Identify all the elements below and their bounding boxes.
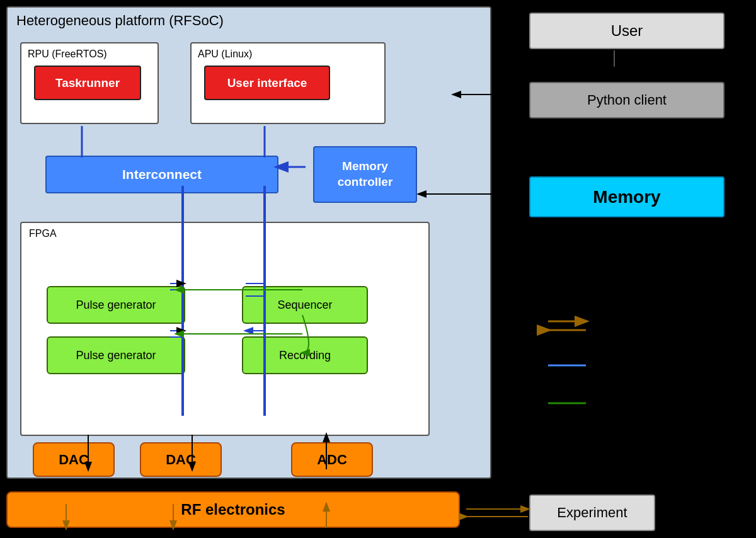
apu-box: APU (Linux) User interface (190, 42, 386, 124)
pulsegen2-box: Pulse generator (47, 336, 185, 374)
rf-label: RF electronics (181, 501, 285, 518)
apu-label: APU (Linux) (198, 49, 252, 60)
sequencer-label: Sequencer (277, 299, 332, 312)
taskrunner-box: Taskrunner (34, 66, 141, 100)
pulsegen1-label: Pulse generator (76, 299, 156, 312)
memory-label: Memory (593, 187, 660, 207)
rpu-box: RPU (FreeRTOS) Taskrunner (20, 42, 159, 124)
right-panel: User Python client Memory Experiment (517, 6, 750, 529)
rpu-label: RPU (FreeRTOS) (28, 49, 107, 60)
pulsegen2-label: Pulse generator (76, 349, 156, 362)
rfsoc-platform: Heterogeneous platform (RFSoC) RPU (Free… (6, 6, 491, 479)
python-client-label: Python client (587, 92, 667, 108)
userinterface-box: User interface (204, 66, 330, 100)
taskrunner-label: Taskrunner (55, 76, 120, 90)
fpga-box: FPGA Pulse generator Pulse generator Seq… (20, 222, 430, 436)
experiment-box: Experiment (529, 495, 655, 531)
user-label: User (611, 22, 643, 40)
memory-box: Memory (529, 176, 724, 217)
recording-box: Recording (242, 336, 368, 374)
experiment-label: Experiment (557, 505, 627, 521)
dac2-box: DAC (140, 442, 222, 477)
interconnect-label: Interconnect (122, 167, 202, 182)
user-box: User (529, 13, 724, 49)
interconnect-box: Interconnect (45, 156, 278, 193)
rf-box: RF electronics (6, 491, 460, 528)
recording-label: Recording (279, 349, 331, 362)
dac1-box: DAC (33, 442, 115, 477)
pulsegen1-box: Pulse generator (47, 286, 185, 324)
memctrl-label: Memorycontroller (338, 159, 393, 190)
adc-label: ADC (317, 452, 347, 468)
userinterface-label: User interface (227, 76, 307, 90)
memctrl-box: Memorycontroller (313, 146, 417, 203)
fpga-label: FPGA (29, 228, 57, 239)
dac1-label: DAC (59, 452, 89, 468)
adc-box: ADC (291, 442, 373, 477)
python-client-box: Python client (529, 82, 724, 118)
dac2-label: DAC (166, 452, 196, 468)
sequencer-box: Sequencer (242, 286, 368, 324)
rfsoc-label: Heterogeneous platform (RFSoC) (16, 13, 224, 29)
